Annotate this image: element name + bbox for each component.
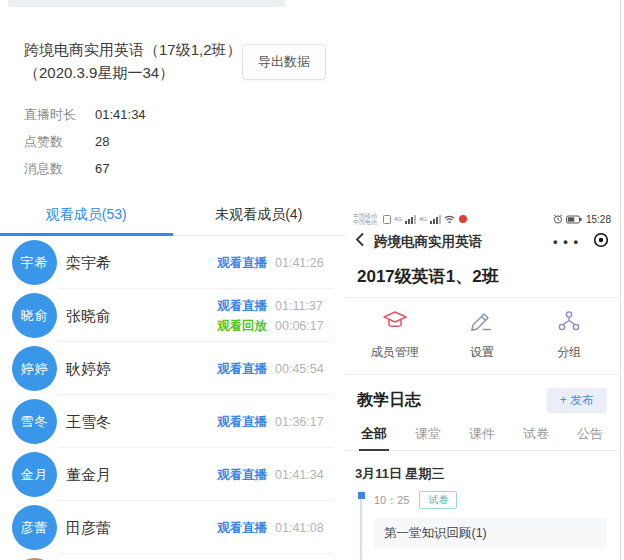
entry-date: 3月11日 星期三	[355, 465, 607, 483]
view-record: 观看直播01:41:26	[217, 253, 331, 273]
signal-bars-icon	[405, 215, 416, 224]
journal-tab[interactable]: 课堂	[413, 422, 443, 450]
window-edge-divider	[620, 0, 621, 560]
journal-tabs: 全部课堂课件试卷公告	[345, 422, 619, 451]
entry-content[interactable]: 第一堂知识回顾(1)	[374, 518, 607, 549]
journal-tab[interactable]: 试卷	[521, 422, 551, 450]
alarm-clock-icon	[553, 214, 563, 224]
stat-value: 01:41:34	[95, 107, 146, 122]
nav-title: 跨境电商实用英语	[374, 233, 482, 251]
wifi-icon	[444, 215, 455, 224]
avatar: 彦蕾	[12, 505, 57, 550]
record-duration: 01:36:17	[275, 412, 331, 432]
avatar: 晓俞	[12, 293, 57, 338]
member-row[interactable]: 宇希 栾宇希 观看直播01:41:26	[0, 236, 345, 289]
stat-messages: 消息数 67	[24, 155, 345, 182]
member-name: 王雪冬	[66, 395, 111, 448]
stat-duration: 直播时长 01:41:34	[24, 101, 345, 128]
entry-time: 10：25	[374, 493, 409, 508]
back-icon[interactable]	[355, 232, 365, 251]
record-duration: 01:11:37	[275, 296, 331, 316]
member-row[interactable]: 金月 董金月 观看直播01:41:34	[0, 448, 345, 501]
tab-watched-members[interactable]: 观看成员(53)	[0, 194, 173, 235]
record-type: 观看直播	[217, 256, 267, 270]
stat-value: 28	[95, 134, 109, 149]
member-name: 耿婷婷	[66, 342, 111, 395]
carrier-label: 中国移动 中国电信	[353, 213, 377, 226]
network-type-label: 4G	[394, 216, 402, 222]
stat-label: 消息数	[24, 160, 95, 178]
signal-bars-icon	[430, 215, 441, 224]
live-report-panel: 跨境电商实用英语（17级1,2班）（2020.3.9星期一34） 导出数据 直播…	[0, 0, 345, 560]
circle-dot-icon[interactable]	[593, 232, 609, 252]
export-data-button[interactable]: 导出数据	[242, 44, 326, 80]
journal-header: 教学日志 + 发布	[345, 375, 619, 422]
journal-entries: 3月11日 星期三 10：25 试卷 第一堂知识回顾(1) 3月09日 星期一 …	[345, 451, 619, 560]
member-row[interactable]: 孙荣 观看直播01:40:09	[0, 554, 345, 560]
member-row[interactable]: 彦蕾 田彦蕾 观看直播01:41:08	[0, 501, 345, 554]
publish-button[interactable]: + 发布	[547, 388, 607, 413]
report-header: 跨境电商实用英语（17级1,2班）（2020.3.9星期一34） 导出数据	[0, 0, 345, 84]
member-name: 张晓俞	[66, 289, 111, 342]
battery-icon	[566, 215, 582, 224]
stat-value: 67	[95, 161, 109, 176]
network-type-label: 4G	[419, 216, 427, 222]
journal-tab[interactable]: 公告	[575, 422, 605, 450]
status-right-cluster: 15:28	[550, 214, 611, 225]
view-record: 观看直播01:41:08	[217, 518, 331, 538]
member-row[interactable]: 雪冬 王雪冬 观看直播01:36:17	[0, 395, 345, 448]
record-type: 观看直播	[217, 362, 267, 376]
avatar: 婷婷	[12, 346, 57, 391]
avatar: 金月	[12, 452, 57, 497]
class-title: 2017级英语1、2班	[345, 255, 619, 297]
action-label: 分组	[557, 344, 581, 361]
stat-likes: 点赞数 28	[24, 128, 345, 155]
action-label: 设置	[470, 344, 494, 361]
course-title: 跨境电商实用英语（17级1,2班）（2020.3.9星期一34）	[24, 38, 246, 84]
group-icon	[556, 310, 582, 336]
nav-right-cluster: • • •	[553, 232, 609, 252]
live-stats: 直播时长 01:41:34 点赞数 28 消息数 67	[24, 101, 345, 182]
more-icon[interactable]: • • •	[553, 237, 579, 247]
record-duration: 00:06:17	[275, 316, 331, 336]
record-type: 观看直播	[217, 468, 267, 482]
member-records: 观看直播01:41:08	[217, 518, 331, 538]
view-record: 观看直播01:36:17	[217, 412, 331, 432]
action-settings[interactable]: 设置	[438, 310, 525, 361]
journal-tab[interactable]: 全部	[359, 422, 389, 451]
action-grouping[interactable]: 分组	[526, 310, 613, 361]
entry-time-row: 10：25 试卷	[374, 491, 607, 509]
view-record: 观看直播00:45:54	[217, 359, 331, 379]
member-records: 观看直播01:11:37观看回放00:06:17	[217, 296, 331, 336]
record-type: 观看直播	[217, 415, 267, 429]
action-member-management[interactable]: 成员管理	[351, 310, 438, 361]
phone-screenshot: 中国移动 中国电信 4G 4G 15:28	[345, 207, 619, 560]
phone-navbar: 跨境电商实用英语 • • •	[345, 228, 619, 255]
phone-status-bar: 中国移动 中国电信 4G 4G 15:28	[345, 207, 619, 228]
member-tabs: 观看成员(53)未观看成员(4)	[0, 194, 345, 236]
record-type: 观看回放	[217, 319, 267, 333]
record-duration: 01:41:26	[275, 253, 331, 273]
member-row[interactable]: 婷婷 耿婷婷 观看直播00:45:54	[0, 342, 345, 395]
member-records: 观看直播01:41:26	[217, 253, 331, 273]
record-duration: 01:41:08	[275, 518, 331, 538]
member-name: 栾宇希	[66, 236, 111, 289]
member-records: 观看直播00:45:54	[217, 359, 331, 379]
record-duration: 00:45:54	[275, 359, 331, 379]
view-record: 观看回放00:06:17	[217, 316, 331, 336]
avatar: 雪冬	[12, 399, 57, 444]
journal-title: 教学日志	[357, 390, 421, 411]
avatar: 宇希	[12, 240, 57, 285]
member-name: 孙荣	[66, 554, 96, 560]
status-time: 15:28	[586, 214, 611, 225]
journal-tab[interactable]: 课件	[467, 422, 497, 450]
graduation-cap-icon	[382, 310, 408, 336]
view-record: 观看直播01:41:34	[217, 465, 331, 485]
tab-unwatched-members[interactable]: 未观看成员(4)	[173, 194, 346, 235]
member-list: 宇希 栾宇希 观看直播01:41:26 晓俞 张晓俞 观看直播01:11:37观…	[0, 236, 345, 560]
record-type: 观看直播	[217, 299, 267, 313]
stat-label: 点赞数	[24, 133, 95, 151]
member-row[interactable]: 晓俞 张晓俞 观看直播01:11:37观看回放00:06:17	[0, 289, 345, 342]
member-name: 田彦蕾	[66, 501, 111, 554]
record-duration: 01:41:34	[275, 465, 331, 485]
